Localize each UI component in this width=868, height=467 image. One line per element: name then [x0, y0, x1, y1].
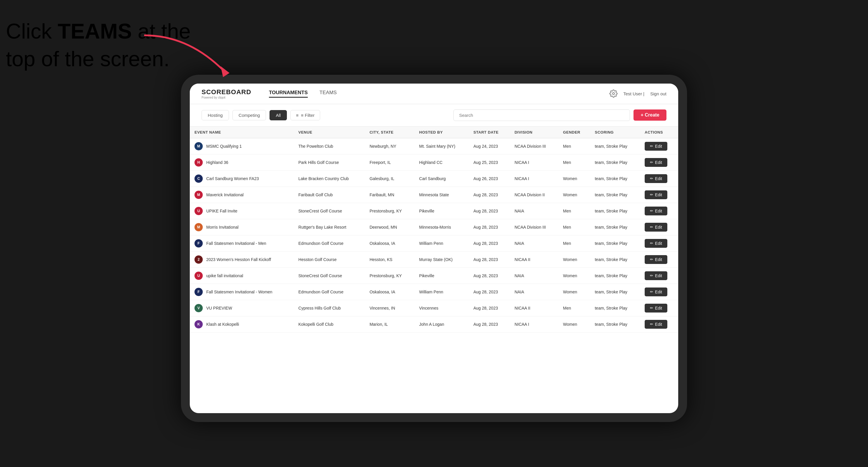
table-row: U UPIKE Fall Invite StoneCrest Golf Cour…	[190, 203, 678, 219]
cell-gender: Men	[558, 203, 590, 219]
pencil-icon: ✏	[650, 273, 653, 278]
cell-gender: Men	[558, 138, 590, 154]
cell-actions: ✏ Edit	[640, 316, 678, 332]
cell-division: NAIA	[510, 235, 558, 251]
pencil-icon: ✏	[650, 192, 653, 197]
team-logo: H	[194, 158, 203, 166]
event-name-text: Morris Invitational	[206, 225, 239, 229]
col-division: DIVISION	[510, 127, 558, 138]
edit-button[interactable]: ✏ Edit	[645, 255, 667, 264]
table-row: K Klash at Kokopelli Kokopelli Golf Club…	[190, 316, 678, 332]
edit-button[interactable]: ✏ Edit	[645, 320, 667, 329]
cell-start-date: Aug 26, 2023	[469, 170, 510, 187]
cell-city-state: Galesburg, IL	[365, 170, 414, 187]
col-scoring: SCORING	[590, 127, 640, 138]
cell-actions: ✏ Edit	[640, 235, 678, 251]
cell-scoring: team, Stroke Play	[590, 219, 640, 235]
cell-start-date: Aug 28, 2023	[469, 187, 510, 203]
cell-hosted-by: William Penn	[414, 284, 469, 300]
cell-actions: ✏ Edit	[640, 203, 678, 219]
event-name-text: Fall Statesmen Invitational - Women	[206, 289, 273, 294]
team-logo: K	[194, 320, 203, 329]
cell-actions: ✏ Edit	[640, 138, 678, 154]
cell-gender: Women	[558, 284, 590, 300]
cell-gender: Women	[558, 251, 590, 268]
cell-venue: Faribault Golf Club	[293, 187, 365, 203]
cell-venue: StoneCrest Golf Course	[293, 268, 365, 284]
team-logo: 2	[194, 255, 203, 264]
cell-city-state: Faribault, MN	[365, 187, 414, 203]
team-logo: C	[194, 175, 203, 183]
edit-button[interactable]: ✏ Edit	[645, 158, 667, 167]
gear-icon[interactable]	[609, 89, 618, 98]
signout-link[interactable]: Sign out	[650, 91, 666, 96]
cell-start-date: Aug 28, 2023	[469, 268, 510, 284]
edit-button[interactable]: ✏ Edit	[645, 174, 667, 183]
edit-label: Edit	[655, 289, 662, 294]
cell-city-state: Freeport, IL	[365, 154, 414, 170]
edit-button[interactable]: ✏ Edit	[645, 190, 667, 199]
edit-button[interactable]: ✏ Edit	[645, 304, 667, 312]
cell-event-name: M Morris Invitational	[190, 219, 293, 235]
nav-link-tournaments[interactable]: TOURNAMENTS	[269, 90, 308, 98]
team-logo: U	[194, 272, 203, 280]
cell-hosted-by: John A Logan	[414, 316, 469, 332]
cell-division: NAIA	[510, 268, 558, 284]
cell-venue: Lake Bracken Country Club	[293, 170, 365, 187]
event-name-text: Carl Sandburg Women FA23	[206, 176, 259, 181]
edit-button[interactable]: ✏ Edit	[645, 239, 667, 248]
edit-button[interactable]: ✏ Edit	[645, 271, 667, 280]
cell-city-state: Newburgh, NY	[365, 138, 414, 154]
edit-button[interactable]: ✏ Edit	[645, 287, 667, 296]
cell-city-state: Oskaloosa, IA	[365, 284, 414, 300]
cell-actions: ✏ Edit	[640, 187, 678, 203]
team-logo: M	[194, 223, 203, 231]
edit-label: Edit	[655, 144, 662, 149]
cell-city-state: Vincennes, IN	[365, 300, 414, 316]
filter-icon-btn[interactable]: ≡ ≡ Filter	[290, 110, 320, 120]
cell-division: NICAA I	[510, 154, 558, 170]
create-btn[interactable]: + Create	[633, 110, 666, 121]
team-logo: M	[194, 191, 203, 199]
cell-division: NCAA Division II	[510, 187, 558, 203]
nav-link-teams[interactable]: TEAMS	[319, 90, 337, 98]
search-input[interactable]	[454, 110, 630, 121]
cell-scoring: team, Stroke Play	[590, 235, 640, 251]
cell-hosted-by: William Penn	[414, 235, 469, 251]
cell-venue: Cypress Hills Golf Club	[293, 300, 365, 316]
competing-filter-btn[interactable]: Competing	[232, 110, 266, 120]
tournaments-table: EVENT NAME VENUE CITY, STATE HOSTED BY S…	[190, 127, 678, 333]
table-header: EVENT NAME VENUE CITY, STATE HOSTED BY S…	[190, 127, 678, 138]
cell-hosted-by: Murray State (OK)	[414, 251, 469, 268]
cell-scoring: team, Stroke Play	[590, 154, 640, 170]
cell-scoring: team, Stroke Play	[590, 203, 640, 219]
all-filter-btn[interactable]: All	[270, 110, 287, 120]
cell-event-name: M MSMC Qualifying 1	[190, 138, 293, 154]
cell-venue: Edmundson Golf Course	[293, 235, 365, 251]
cell-hosted-by: Vincennes	[414, 300, 469, 316]
edit-label: Edit	[655, 257, 662, 262]
cell-hosted-by: Mt. Saint Mary (NY)	[414, 138, 469, 154]
team-logo: M	[194, 142, 203, 150]
cell-event-name: U upike fall invitational	[190, 268, 293, 284]
edit-button[interactable]: ✏ Edit	[645, 207, 667, 215]
edit-button[interactable]: ✏ Edit	[645, 223, 667, 231]
event-name-text: VU PREVIEW	[206, 306, 232, 310]
cell-scoring: team, Stroke Play	[590, 316, 640, 332]
cell-scoring: team, Stroke Play	[590, 284, 640, 300]
cell-hosted-by: Pikeville	[414, 268, 469, 284]
hosting-filter-btn[interactable]: Hosting	[202, 110, 229, 120]
cell-gender: Men	[558, 235, 590, 251]
table-row: U upike fall invitational StoneCrest Gol…	[190, 268, 678, 284]
cell-division: NICAA I	[510, 170, 558, 187]
edit-button[interactable]: ✏ Edit	[645, 142, 667, 151]
cell-gender: Women	[558, 187, 590, 203]
cell-division: NAIA	[510, 284, 558, 300]
cell-division: NAIA	[510, 203, 558, 219]
cell-division: NICAA II	[510, 251, 558, 268]
edit-label: Edit	[655, 176, 662, 181]
pencil-icon: ✏	[650, 306, 653, 310]
cell-actions: ✏ Edit	[640, 300, 678, 316]
pencil-icon: ✏	[650, 209, 653, 213]
cell-venue: Edmundson Golf Course	[293, 284, 365, 300]
